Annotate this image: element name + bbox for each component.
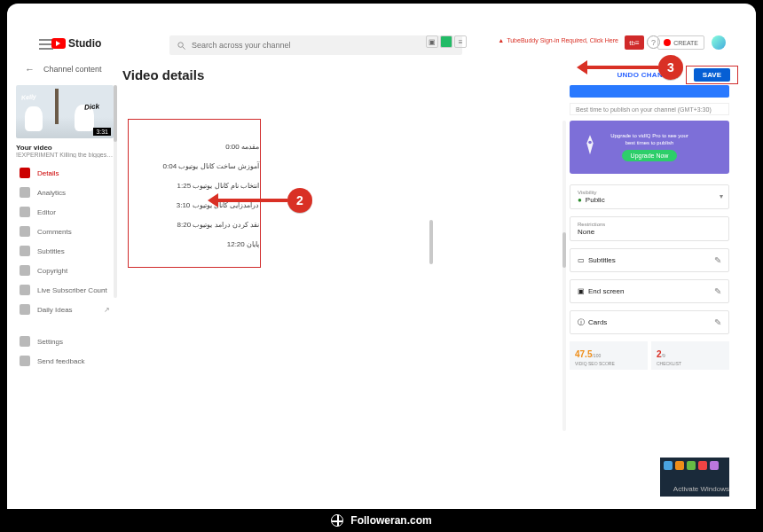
feedback-icon — [20, 356, 30, 366]
live-icon — [20, 285, 30, 295]
chapter-row[interactable]: درآمدزایی کانال یوتیوب 3:10 — [135, 201, 259, 209]
back-label: Channel content — [43, 65, 102, 74]
copyright-icon — [20, 265, 30, 276]
edit-icon[interactable]: ✎ — [714, 317, 721, 327]
chapter-row[interactable]: انتخاب نام کانال یوتیوب 1:25 — [135, 182, 259, 190]
sidebar-item-copyright[interactable]: Copyright — [16, 261, 114, 280]
edit-icon[interactable]: ✎ — [714, 286, 721, 296]
header-tool-1[interactable]: ▣ — [426, 35, 438, 48]
windows-watermark: Activate Windows — [673, 485, 729, 493]
globe-icon — [331, 514, 343, 527]
restrictions-card: Restrictions None — [570, 216, 729, 241]
brand-name: Studio — [68, 37, 101, 50]
sidebar-item-subtitles[interactable]: Subtitles — [16, 241, 114, 261]
search-input[interactable] — [192, 41, 422, 50]
gear-icon — [20, 336, 30, 347]
sidebar-item-feedback[interactable]: Send feedback — [16, 351, 114, 371]
thumb-text-1: Kelly — [21, 93, 36, 101]
pencil-icon — [20, 168, 30, 178]
header-tool-2[interactable] — [440, 35, 452, 48]
annotation-arrow-3 — [586, 66, 658, 69]
search-icon — [177, 41, 186, 51]
visibility-card[interactable]: Visibility ●Public ▾ — [570, 184, 729, 209]
sidebar-item-settings[interactable]: Settings — [16, 332, 114, 351]
promo-text: Upgrade to vidIQ Pro to see your best ti… — [605, 133, 694, 147]
back-to-channel[interactable]: ← Channel content — [25, 64, 102, 74]
upgrade-now-button[interactable]: Upgrade Now — [622, 150, 678, 161]
subtitles-card[interactable]: ▭ Subtitles ✎ — [570, 248, 729, 272]
sidebar-item-livesubcount[interactable]: Live Subscriber Count — [16, 280, 114, 300]
sidebar-item-editor[interactable]: Editor — [16, 202, 114, 222]
sidebar-item-dailyideas[interactable]: Daily Ideas ↗ — [16, 300, 114, 319]
chapters-list: مقدمه 0:00 آموزش ساخت کانال یوتیوب 0:04 … — [135, 131, 259, 260]
back-arrow-icon: ← — [25, 64, 35, 74]
search-bar[interactable] — [169, 35, 462, 55]
chapter-row[interactable]: آموزش ساخت کانال یوتیوب 0:04 — [135, 162, 259, 170]
right-scrollbar-thumb[interactable] — [562, 232, 566, 268]
ideas-icon — [20, 304, 30, 315]
endscreen-label: End screen — [588, 287, 624, 295]
annotation-arrow-2 — [216, 199, 287, 202]
youtube-play-icon — [51, 38, 66, 49]
rocket-icon — [580, 135, 600, 160]
tubebuddy-button[interactable]: tb≡ — [625, 35, 644, 50]
best-time-label: Best time to publish on your channel (GM… — [570, 103, 729, 115]
create-button[interactable]: CREATE — [657, 35, 704, 50]
sidebar-item-comments[interactable]: Comments — [16, 222, 114, 241]
cards-label: Cards — [588, 318, 607, 326]
edit-icon[interactable]: ✎ — [714, 255, 721, 265]
chevron-down-icon: ▾ — [720, 192, 723, 200]
page-title: Video details — [122, 67, 204, 82]
chapter-row[interactable]: نقد کردن درامد یوتیوب 8:20 — [135, 221, 259, 229]
annotation-2: 2 — [287, 188, 312, 213]
svg-point-2 — [588, 141, 592, 145]
svg-point-0 — [178, 42, 184, 47]
subtitles-icon — [20, 246, 30, 256]
tubebuddy-warning[interactable]: TubeBuddy Sign-in Required, Click Here — [498, 37, 618, 43]
cards-card[interactable]: ⓘ Cards ✎ — [570, 310, 729, 334]
thumb-text-2: Dick — [84, 102, 100, 111]
visibility-label: Visibility — [578, 190, 721, 195]
sidebar-item-analytics[interactable]: Analytics — [16, 183, 114, 202]
seo-score[interactable]: 47.5/100 VIDIQ SEO SCORE — [570, 341, 648, 370]
your-video-heading: Your video — [16, 144, 114, 152]
account-avatar[interactable] — [712, 35, 726, 50]
editor-scrollbar[interactable] — [429, 220, 433, 264]
endscreen-card[interactable]: ▣ End screen ✎ — [570, 279, 729, 303]
video-duration: 3:31 — [93, 128, 111, 136]
video-title: !EXPERIMENT Killing the biggest sn... — [16, 152, 114, 158]
footer-text: Followeran.com — [350, 514, 431, 527]
video-thumbnail[interactable]: Kelly Dick 3:31 — [16, 85, 114, 138]
page-footer: Followeran.com — [0, 509, 763, 532]
external-link-icon: ↗ — [104, 306, 110, 314]
analytics-icon — [20, 187, 30, 198]
editor-icon — [20, 207, 30, 217]
header-tool-3[interactable]: ≡ — [454, 35, 467, 48]
chapter-row[interactable]: پایان 12:20 — [135, 240, 259, 248]
comments-icon — [20, 226, 30, 237]
svg-line-1 — [183, 46, 185, 49]
save-button[interactable]: SAVE — [694, 68, 730, 82]
vidiq-promo[interactable]: Upgrade to vidIQ Pro to see your best ti… — [570, 121, 729, 174]
chapter-row[interactable]: مقدمه 0:00 — [135, 143, 259, 151]
description-editor[interactable]: مقدمه 0:00 آموزش ساخت کانال یوتیوب 0:04 … — [122, 90, 424, 502]
right-scrollbar-track — [562, 121, 566, 431]
progress-bar — [570, 85, 729, 98]
sidebar-item-details[interactable]: Details — [16, 163, 114, 183]
save-highlight: SAVE — [686, 66, 738, 84]
studio-logo[interactable]: Studio — [51, 37, 101, 50]
annotation-3: 3 — [658, 55, 683, 80]
vidiq-scores: 47.5/100 VIDIQ SEO SCORE 2/9 CHECKLIST — [570, 341, 729, 370]
visibility-value: Public — [586, 196, 605, 204]
restrictions-value: None — [578, 228, 721, 236]
subtitles-label: Subtitles — [588, 256, 616, 264]
sidebar-scrollbar-thumb[interactable] — [114, 85, 117, 142]
checklist-score[interactable]: 2/9 CHECKLIST — [651, 341, 729, 370]
restrictions-label: Restrictions — [578, 222, 721, 227]
